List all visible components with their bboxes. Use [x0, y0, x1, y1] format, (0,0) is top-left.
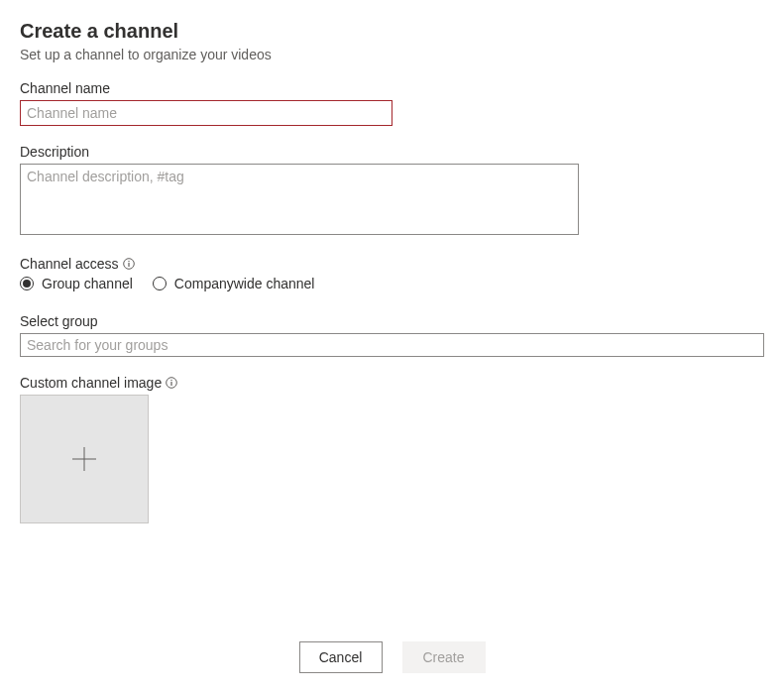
- footer-buttons: Cancel Create: [0, 641, 784, 673]
- channel-access-label-text: Channel access: [20, 256, 119, 272]
- description-label: Description: [20, 144, 764, 160]
- page-title: Create a channel: [20, 20, 764, 43]
- svg-point-4: [170, 380, 171, 381]
- info-icon[interactable]: [166, 377, 177, 389]
- svg-rect-2: [128, 263, 129, 267]
- create-button: Create: [402, 641, 486, 673]
- custom-image-label-text: Custom channel image: [20, 375, 162, 391]
- info-icon[interactable]: [123, 258, 135, 270]
- channel-name-input[interactable]: [20, 100, 392, 126]
- cancel-button[interactable]: Cancel: [299, 641, 383, 673]
- radio-button-icon: [153, 277, 167, 290]
- radio-companywide-channel-label: Companywide channel: [174, 276, 315, 291]
- radio-group-channel[interactable]: Group channel: [20, 276, 133, 291]
- plus-icon: [70, 445, 98, 473]
- channel-access-label: Channel access: [20, 256, 764, 272]
- radio-companywide-channel[interactable]: Companywide channel: [153, 276, 315, 291]
- radio-button-icon: [20, 277, 34, 290]
- channel-name-label: Channel name: [20, 80, 764, 96]
- radio-group-channel-label: Group channel: [42, 276, 133, 291]
- custom-image-upload[interactable]: [20, 395, 149, 523]
- select-group-input[interactable]: [20, 333, 764, 357]
- custom-image-label: Custom channel image: [20, 375, 764, 391]
- description-input[interactable]: [20, 164, 579, 235]
- page-subtitle: Set up a channel to organize your videos: [20, 47, 764, 62]
- svg-point-1: [128, 261, 129, 262]
- channel-access-radio-group: Group channel Companywide channel: [20, 276, 764, 291]
- svg-rect-5: [171, 382, 172, 386]
- select-group-label: Select group: [20, 313, 764, 329]
